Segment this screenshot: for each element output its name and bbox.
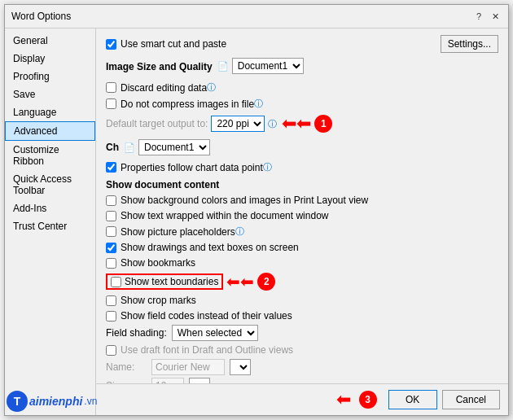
name-input[interactable] [151, 359, 225, 375]
no-compress-info-icon: ⓘ [254, 98, 263, 110]
field-shading-select[interactable]: When selected [172, 325, 258, 341]
show-drawings-checkbox[interactable] [106, 243, 116, 253]
sidebar-item-general[interactable]: General [5, 32, 95, 50]
field-shading-row: Field shading: When selected [106, 325, 498, 341]
sidebar-item-quick-access[interactable]: Quick Access Toolbar [5, 170, 95, 199]
sidebar-item-display[interactable]: Display [5, 50, 95, 68]
show-doc-content-label: Show document content [106, 179, 498, 190]
help-button[interactable]: ? [472, 10, 485, 23]
show-drawings-row: Show drawings and text boxes on screen [106, 241, 498, 254]
use-draft-font-row: Use draft font in Draft and Outline view… [106, 343, 498, 357]
ppi-select[interactable]: 220 ppi [211, 116, 265, 132]
main-content: Use smart cut and paste Settings... Imag… [96, 28, 508, 415]
image-quality-label: Image Size and Quality [106, 61, 213, 72]
show-text-wrapped-row: Show text wrapped within the document wi… [106, 209, 498, 222]
show-crop-marks-row: Show crop marks [106, 294, 498, 307]
no-compress-checkbox[interactable] [106, 98, 116, 109]
dialog-body: General Display Proofing Save Language A… [5, 28, 508, 415]
size-input[interactable] [151, 378, 184, 383]
watermark-text: aimienphi [29, 395, 82, 408]
pic-placeholder-info-icon: ⓘ [235, 225, 244, 238]
show-bg-colors-checkbox[interactable] [106, 195, 116, 206]
arrow-3: ⬅ [336, 389, 351, 410]
show-bookmarks-label: Show bookmarks [121, 257, 195, 269]
sidebar-item-customize-ribbon[interactable]: Customize Ribbon [5, 141, 95, 170]
name-label: Name: [106, 361, 147, 373]
title-bar-controls: ? ✕ [472, 10, 502, 23]
watermark-logo: T [7, 391, 28, 412]
discard-info-icon: ⓘ [207, 81, 216, 94]
info-icon-ppi: ⓘ [268, 118, 277, 130]
properties-follow-label: Properties follow chart data point [121, 162, 263, 173]
default-target-row: Default target output to: 220 ppi ⓘ ⬅⬅ 1 [106, 113, 498, 134]
arrow-1: ⬅⬅ [282, 113, 311, 134]
show-pic-placeholders-row: Show picture placeholders ⓘ [106, 225, 498, 238]
sidebar-item-proofing[interactable]: Proofing [5, 68, 95, 85]
sidebar: General Display Proofing Save Language A… [5, 28, 96, 415]
ok-button[interactable]: OK [388, 390, 437, 409]
annotation-circle-2: 2 [257, 273, 275, 291]
dialog-title: Word Options [11, 11, 71, 22]
sidebar-item-advanced[interactable]: Advanced [5, 121, 95, 141]
sidebar-item-trust-center[interactable]: Trust Center [5, 217, 95, 235]
size-row: Size: [106, 378, 498, 383]
chart-doc-select[interactable]: Document1 [138, 139, 210, 155]
main-scroll-area[interactable]: Use smart cut and paste Settings... Imag… [96, 28, 508, 383]
size-select[interactable] [189, 378, 210, 383]
show-field-codes-checkbox[interactable] [106, 311, 116, 322]
annotation-circle-1: 1 [314, 115, 332, 133]
cancel-button[interactable]: Cancel [442, 390, 500, 409]
sidebar-item-add-ins[interactable]: Add-Ins [5, 199, 95, 217]
arrow-2: ⬅⬅ [226, 272, 254, 291]
watermark-suffix: .vn [84, 396, 97, 407]
name-select[interactable] [230, 359, 251, 375]
chart-label: Ch [106, 142, 119, 153]
sidebar-item-language[interactable]: Language [5, 103, 95, 121]
dialog-footer: ⬅ 3 OK Cancel [96, 383, 508, 415]
word-options-dialog: Word Options ? ✕ General Display Proofin… [4, 4, 509, 416]
show-bookmarks-row: Show bookmarks [106, 256, 498, 269]
use-smart-cut-row: Use smart cut and paste Settings... [106, 35, 498, 53]
show-field-codes-label: Show field codes instead of their values [121, 310, 292, 322]
properties-follow-checkbox[interactable] [106, 162, 116, 173]
name-row: Name: [106, 359, 498, 375]
use-draft-font-checkbox[interactable] [106, 345, 116, 356]
default-target-label: Default target output to: [106, 118, 208, 129]
show-pic-placeholders-checkbox[interactable] [106, 226, 116, 237]
discard-editing-row: Discard editing data ⓘ [106, 81, 498, 94]
settings-button[interactable]: Settings... [441, 35, 498, 53]
title-bar: Word Options ? ✕ [5, 5, 508, 28]
show-pic-placeholders-label: Show picture placeholders [121, 226, 235, 238]
properties-follow-row: Properties follow chart data point ⓘ [106, 160, 498, 174]
show-drawings-label: Show drawings and text boxes on screen [121, 242, 299, 253]
discard-editing-checkbox[interactable] [106, 82, 116, 93]
show-text-boundaries-checkbox[interactable] [111, 277, 121, 287]
no-compress-label: Do not compress images in file [121, 98, 254, 110]
discard-editing-label: Discard editing data [121, 82, 207, 94]
watermark: T aimienphi .vn [7, 391, 97, 412]
sidebar-item-save[interactable]: Save [5, 85, 95, 103]
field-shading-label: Field shading: [106, 327, 167, 339]
show-bg-colors-row: Show background colors and images in Pri… [106, 194, 498, 207]
no-compress-row: Do not compress images in file ⓘ [106, 97, 498, 111]
show-crop-marks-label: Show crop marks [121, 295, 196, 306]
show-bookmarks-checkbox[interactable] [106, 258, 116, 269]
chart-row: Ch 📄 Document1 [106, 139, 498, 155]
document-select[interactable]: Document1 [232, 58, 304, 74]
show-text-wrapped-label: Show text wrapped within the document wi… [121, 210, 328, 221]
close-button[interactable]: ✕ [489, 10, 502, 23]
show-field-codes-row: Show field codes instead of their values [106, 309, 498, 322]
use-smart-cut-label: Use smart cut and paste [121, 38, 226, 50]
image-quality-section: Image Size and Quality 📄 Document1 [106, 56, 498, 76]
show-crop-marks-checkbox[interactable] [106, 295, 116, 306]
use-draft-font-label: Use draft font in Draft and Outline view… [121, 344, 293, 356]
show-bg-colors-label: Show background colors and images in Pri… [121, 195, 368, 206]
text-boundaries-highlight: Show text boundaries [106, 273, 223, 290]
use-smart-cut-checkbox[interactable] [106, 39, 116, 50]
annotation-circle-3: 3 [359, 391, 377, 409]
show-text-wrapped-checkbox[interactable] [106, 211, 116, 221]
show-text-boundaries-label: Show text boundaries [125, 276, 218, 287]
properties-info-icon: ⓘ [263, 161, 272, 173]
show-text-boundaries-row: Show text boundaries ⬅⬅ 2 [106, 272, 498, 291]
